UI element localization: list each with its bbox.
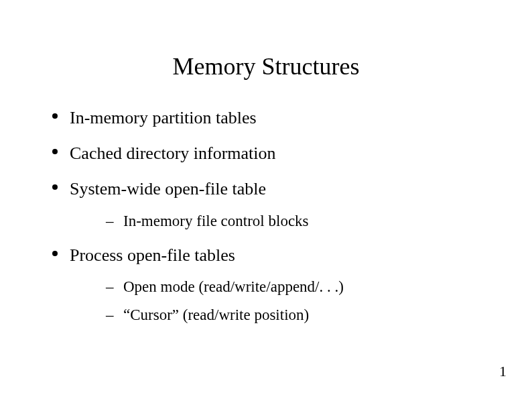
bullet-text: System-wide open-file table	[70, 179, 266, 198]
bullet-text: Cached directory information	[70, 144, 276, 163]
sub-bullet-item: – In-memory file control blocks	[87, 212, 492, 231]
sub-bullet-text: In-memory file control blocks	[123, 213, 309, 229]
bullet-icon	[52, 184, 58, 190]
bullet-icon	[52, 113, 58, 119]
bullet-text: In-memory partition tables	[70, 108, 257, 127]
bullet-item: System-wide open-file table – In-memory …	[52, 178, 492, 230]
sub-bullet-text: “Cursor” (read/write position)	[123, 306, 309, 323]
dash-icon: –	[106, 278, 114, 296]
bullet-item: In-memory partition tables	[52, 107, 492, 128]
sub-bullet-item: – Open mode (read/write/append/. . .)	[87, 278, 492, 296]
bullet-item: Cached directory information	[52, 143, 492, 164]
sub-bullet-item: – “Cursor” (read/write position)	[87, 306, 492, 325]
bullet-text: Process open-file tables	[70, 245, 235, 265]
dash-icon: –	[106, 212, 114, 231]
sub-list: – In-memory file control blocks	[70, 212, 492, 231]
slide-content: In-memory partition tables Cached direct…	[0, 101, 532, 325]
bullet-item: Process open-file tables – Open mode (re…	[52, 245, 492, 324]
slide-title: Memory Structures	[0, 0, 532, 101]
dash-icon: –	[106, 306, 114, 325]
bullet-icon	[52, 251, 58, 256]
sub-list: – Open mode (read/write/append/. . .) – …	[70, 278, 492, 324]
bullet-icon	[52, 149, 58, 154]
slide: Memory Structures In-memory partition ta…	[0, 0, 532, 399]
sub-bullet-text: Open mode (read/write/append/. . .)	[123, 278, 344, 295]
page-number: 1	[499, 363, 507, 380]
